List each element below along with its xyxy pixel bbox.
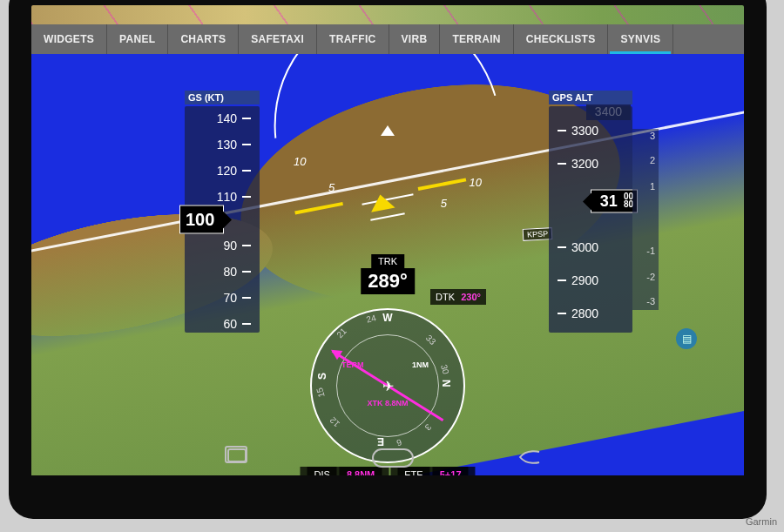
- recent-apps-icon: [227, 448, 247, 462]
- android-nav-bar: [31, 444, 744, 470]
- hsi-n: N: [440, 380, 452, 387]
- map-strip: [31, 5, 744, 24]
- hsi-s: S: [316, 373, 328, 380]
- hsi-3: 3: [423, 422, 434, 433]
- alt-tick: 3000: [549, 239, 632, 256]
- home-button[interactable]: [372, 448, 403, 466]
- altitude-tape: GPS ALT 3300 3200 3000 2900 2800 31 00 8…: [549, 106, 632, 333]
- tablet-frame: WIDGETS PANEL CHARTS SAFETAXI TRAFFIC VI…: [9, 0, 767, 519]
- dtk-box: DTK 230°: [430, 289, 486, 305]
- asi-tick: 140: [185, 110, 260, 127]
- pitch-line: [370, 212, 405, 221]
- recent-apps-button[interactable]: [227, 448, 259, 466]
- tab-synvis[interactable]: SYNVIS: [608, 24, 673, 54]
- asi-tick: 70: [185, 289, 260, 306]
- airspeed-label: GS (KT): [185, 91, 260, 104]
- hsi-15: 15: [314, 387, 327, 399]
- trk-value: 289°: [361, 268, 415, 294]
- hsi-21: 21: [335, 326, 348, 340]
- vsi-mark: 2: [650, 155, 655, 165]
- asi-tick: 130: [185, 136, 260, 153]
- vsi-mark: 3: [650, 131, 655, 141]
- altitude-readout: 31 00 80: [591, 190, 638, 213]
- dtk-value: 230°: [461, 292, 481, 302]
- arc-5r: 5: [441, 197, 447, 210]
- tab-widgets[interactable]: WIDGETS: [31, 24, 107, 54]
- tab-virb[interactable]: VIRB: [389, 24, 441, 54]
- arc-10l: 10: [294, 155, 306, 168]
- vsi-mark: 1: [650, 181, 655, 192]
- tab-bar: WIDGETS PANEL CHARTS SAFETAXI TRAFFIC VI…: [31, 24, 744, 54]
- vsi-mark: -1: [646, 246, 655, 256]
- layers-icon: ▤: [682, 333, 692, 345]
- asi-tick: 120: [185, 162, 260, 179]
- aircraft-icon: ✈: [382, 378, 394, 394]
- hsi-xtk: XTK 8.8NM: [367, 399, 408, 407]
- screen: WIDGETS PANEL CHARTS SAFETAXI TRAFFIC VI…: [31, 5, 744, 475]
- hsi-w: W: [382, 312, 392, 324]
- dtk-label: DTK: [436, 292, 455, 302]
- trk-box: TRK 289°: [361, 253, 415, 294]
- altitude-label: GPS ALT: [549, 91, 632, 104]
- roll-pointer-icon: [381, 125, 395, 136]
- layers-button[interactable]: ▤: [676, 328, 697, 349]
- hsi-range: 1NM: [412, 360, 429, 369]
- arc-10r: 10: [470, 176, 482, 189]
- tab-terrain[interactable]: TERRAIN: [440, 24, 513, 54]
- alt-tick: 2900: [549, 272, 632, 289]
- attitude-indicator: 10 5 10 5: [274, 120, 501, 251]
- alt-tick: 3200: [549, 155, 632, 172]
- asi-tick: 80: [185, 263, 260, 280]
- alt-major: 31: [600, 192, 618, 210]
- airspeed-readout: 100: [179, 205, 224, 234]
- alt-tick: 2800: [549, 305, 632, 322]
- asi-tick: 90: [185, 237, 260, 254]
- hsi[interactable]: ✈ W N E S 33 30 3 6 12 15 21 24 TERM 1NM…: [310, 308, 465, 463]
- hsi-term: TERM: [341, 360, 364, 369]
- hsi-33: 33: [424, 333, 438, 347]
- tab-panel[interactable]: PANEL: [107, 24, 168, 54]
- image-credit: Garmin: [746, 516, 777, 527]
- altitude-ticks: 3300 3200 3000 2900 2800: [549, 106, 632, 333]
- vsi-tape: 3 2 1 -1 -2 -3: [632, 129, 659, 310]
- hsi-24: 24: [365, 313, 377, 325]
- asi-tick: 110: [185, 188, 260, 205]
- vsi-mark: -2: [646, 272, 655, 282]
- synvis-pfd[interactable]: 10 5 10 5 KPSP GS (KT) 140 130 120 110: [31, 54, 744, 475]
- tab-charts[interactable]: CHARTS: [168, 24, 239, 54]
- asi-tick: 60: [185, 315, 260, 333]
- arc-5l: 5: [328, 181, 335, 194]
- home-icon: [372, 448, 414, 468]
- airspeed-tape: GS (KT) 140 130 120 110 90 80 70 60 100: [185, 106, 260, 333]
- alt-tick: 3300: [549, 122, 632, 139]
- tab-traffic[interactable]: TRAFFIC: [317, 24, 389, 54]
- tab-safetaxi[interactable]: SAFETAXI: [239, 24, 317, 54]
- hsi-30: 30: [439, 363, 451, 375]
- vsi-mark: -3: [646, 296, 655, 306]
- tab-checklists[interactable]: CHECKLISTS: [514, 24, 609, 54]
- hsi-12: 12: [328, 415, 341, 429]
- trk-label: TRK: [371, 254, 404, 268]
- back-icon: [517, 448, 543, 466]
- back-button[interactable]: [517, 448, 548, 466]
- airspeed-value: 100: [186, 210, 214, 229]
